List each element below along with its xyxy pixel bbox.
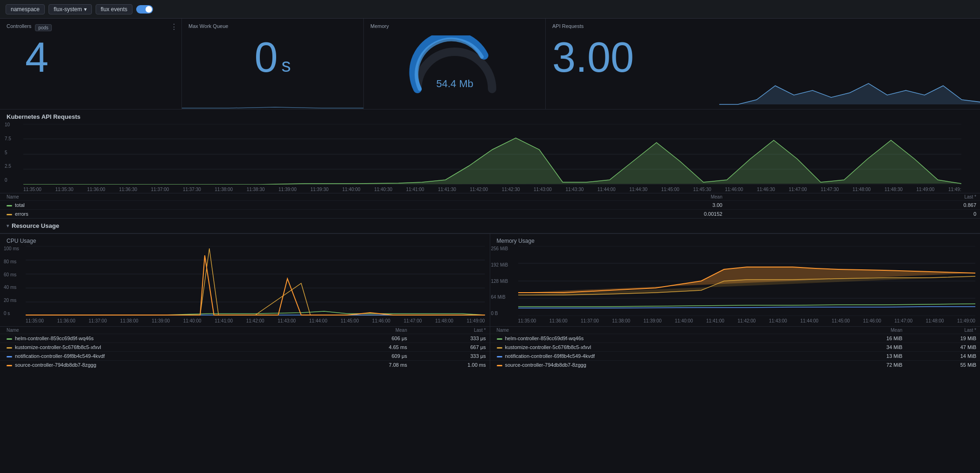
- namespace-pill[interactable]: namespace: [6, 4, 45, 14]
- pods-tab[interactable]: pods: [35, 24, 52, 31]
- memory-legend: Name Mean Last * helm-controller-859cc69…: [490, 326, 980, 369]
- cpu-title: CPU Usage: [0, 238, 490, 246]
- api-requests-card: API Requests 3.00: [546, 19, 980, 109]
- memory-x-labels: 11:35:0011:36:0011:37:0011:38:0011:39:00…: [518, 317, 976, 324]
- controllers-title: Controllers: [7, 23, 31, 29]
- memory-card: Memory 54.4 Mb: [364, 19, 546, 109]
- sparkline-svg: [182, 100, 363, 109]
- cpu-legend: Name Mean Last * helm-controller-859cc69…: [0, 326, 490, 369]
- cpu-chart-svg: [26, 246, 485, 316]
- controllers-card: Controllers pods 4 ⋮: [0, 19, 182, 109]
- k8s-title: Kubernetes API Requests: [0, 110, 980, 122]
- legend-row-total: total 3.00 0.867: [0, 201, 980, 210]
- resource-usage-title: Resource Usage: [12, 222, 59, 229]
- gauge-value: 54.4 Mb: [436, 78, 473, 89]
- cpu-legend-notification: notification-controller-69f8b4c549-4kvdf…: [0, 352, 490, 361]
- memory-usage-card: Memory Usage 256 MiB 192 MiB 128 MiB 64 …: [490, 234, 980, 369]
- resource-usage-header: ▾ Resource Usage: [0, 219, 980, 233]
- memory-chart-svg: [518, 246, 976, 316]
- k8s-legend: Name Mean Last * total 3.00 0.867 errors…: [0, 193, 980, 218]
- max-work-queue-unit: s: [282, 55, 291, 76]
- api-requests-title: API Requests: [552, 23, 973, 29]
- events-label: flux events: [101, 6, 127, 13]
- stats-row: Controllers pods 4 ⋮ Max Work Queue 0 s …: [0, 19, 980, 110]
- memory-legend-source: source-controller-794db8db7-8zggg 72 MiB…: [490, 361, 980, 370]
- k8s-section: Kubernetes API Requests 10 7.5 5 2.5 0 1…: [0, 110, 980, 219]
- memory-chart-area: 256 MiB 192 MiB 128 MiB 64 MiB 0 B: [490, 246, 980, 324]
- controllers-value: 4: [25, 36, 175, 78]
- cpu-legend-source: source-controller-794db8db7-8zggg 7.08 m…: [0, 361, 490, 370]
- legend-row-errors: errors 0.00152 0: [0, 210, 980, 219]
- memory-y-labels: 256 MiB 192 MiB 128 MiB 64 MiB 0 B: [491, 246, 508, 316]
- k8s-x-labels: 11:35:0011:35:3011:36:0011:36:3011:37:00…: [23, 186, 961, 193]
- chevron-down-icon: ▾: [84, 6, 87, 13]
- flux-events-label[interactable]: flux events: [96, 4, 132, 14]
- cpu-chart-area: 100 ms 80 ms 60 ms 40 ms 20 ms 0 s: [0, 246, 490, 324]
- collapse-icon[interactable]: ▾: [7, 223, 9, 228]
- k8s-chart-svg: [23, 124, 961, 185]
- api-requests-value: 3.00: [552, 36, 634, 78]
- max-work-queue-value: 0: [254, 36, 278, 78]
- k8s-y-labels: 10 7.5 5 2.5 0: [5, 122, 11, 183]
- max-work-queue-card: Max Work Queue 0 s: [182, 19, 364, 109]
- memory-title: Memory: [370, 23, 539, 29]
- flux-system-dropdown[interactable]: flux-system ▾: [49, 4, 92, 14]
- memory-legend-notification: notification-controller-69f8b4c549-4kvdf…: [490, 352, 980, 361]
- cpu-legend-helm: helm-controller-859cc69d9f-wq46s 606 μs3…: [0, 334, 490, 343]
- gauge-svg: 54.4 Mb: [408, 35, 501, 101]
- gauge-container: 54.4 Mb: [370, 32, 539, 104]
- k8s-chart-area: 10 7.5 5 2.5 0 11:35:0011:35:3011:36:001…: [0, 122, 980, 193]
- events-toggle[interactable]: [136, 5, 153, 14]
- cpu-usage-card: CPU Usage 100 ms 80 ms 60 ms 40 ms 20 ms…: [0, 234, 490, 369]
- api-chart-svg: [719, 72, 980, 109]
- flux-system-label: flux-system: [54, 6, 82, 13]
- namespace-label: namespace: [11, 6, 40, 13]
- memory-legend-helm: helm-controller-859cc69d9f-wq46s 16 MiB1…: [490, 334, 980, 343]
- max-work-queue-title: Max Work Queue: [188, 23, 357, 29]
- cpu-legend-kustomize: kustomize-controller-5c676fb8c5-xfxvl 4.…: [0, 343, 490, 352]
- card-menu-button[interactable]: ⋮: [170, 22, 178, 31]
- cpu-y-labels: 100 ms 80 ms 60 ms 40 ms 20 ms 0 s: [4, 246, 19, 316]
- top-bar: namespace flux-system ▾ flux events: [0, 0, 980, 19]
- resource-row: CPU Usage 100 ms 80 ms 60 ms 40 ms 20 ms…: [0, 233, 980, 369]
- cpu-x-labels: 11:35:0011:36:0011:37:0011:38:0011:39:00…: [26, 317, 485, 324]
- memory-legend-kustomize: kustomize-controller-5c676fb8c5-xfxvl 34…: [490, 343, 980, 352]
- memory-usage-title: Memory Usage: [490, 238, 980, 246]
